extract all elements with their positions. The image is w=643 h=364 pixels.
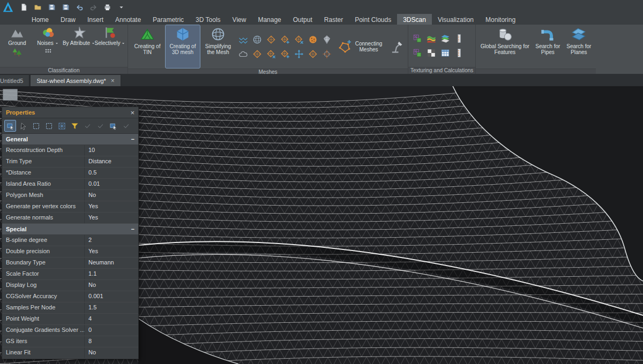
ribbon-tab-3dscan[interactable]: 3DScan	[397, 14, 432, 25]
property-value[interactable]: 0.5	[85, 168, 138, 178]
checkerboard-button[interactable]	[424, 46, 438, 60]
window-selection-button[interactable]	[4, 120, 16, 132]
print-button[interactable]	[101, 1, 114, 13]
confirm-selection-button[interactable]	[94, 120, 106, 132]
ground-button[interactable]: Ground	[2, 26, 32, 65]
property-value[interactable]: 8	[85, 336, 138, 347]
property-row-point-weight: Point Weight4	[2, 314, 138, 325]
property-value[interactable]: Yes	[85, 201, 138, 212]
diamond-add-button[interactable]	[278, 47, 291, 61]
layer-sheets-button[interactable]	[438, 32, 452, 46]
property-value[interactable]: No	[85, 347, 138, 358]
ribbon-tab-monitoring[interactable]: Monitoring	[480, 14, 521, 25]
section-header-general[interactable]: General−	[2, 134, 138, 145]
rect-marquee-icon	[32, 122, 40, 130]
close-panel-icon[interactable]: ×	[130, 109, 134, 116]
selectively-button[interactable]: Selectively	[95, 26, 125, 65]
mesh-zigzag-button[interactable]	[236, 33, 250, 47]
photo-mesh-button[interactable]	[410, 46, 424, 60]
open-file-button[interactable]	[31, 1, 44, 13]
gradient-mesh-button[interactable]	[424, 32, 438, 46]
ribbon-tab-raster[interactable]: Raster	[318, 14, 349, 25]
collapse-icon[interactable]: −	[131, 136, 134, 142]
selection-filter-button[interactable]	[69, 120, 80, 132]
search-for-pipes-button[interactable]: Search for Pipes	[533, 25, 563, 68]
property-value[interactable]: Yes	[85, 213, 138, 223]
texture-mesh-icon	[413, 34, 422, 43]
ruler-axis-button[interactable]	[452, 46, 466, 60]
properties-panel-header[interactable]: Properties ×	[2, 107, 138, 118]
more-commands-button[interactable]	[115, 1, 128, 13]
collapse-icon[interactable]: −	[131, 226, 134, 232]
new-file-button[interactable]	[17, 1, 30, 13]
clear-selection-button[interactable]	[120, 120, 132, 132]
search-for-planes-button[interactable]: Search for Planes	[564, 25, 594, 68]
lamp-button[interactable]	[387, 28, 406, 65]
property-value[interactable]: 0.001	[85, 291, 138, 302]
ribbon-tab-output[interactable]: Output	[287, 14, 318, 25]
sphere-wire-button[interactable]	[250, 33, 264, 47]
rect-marquee-button[interactable]	[30, 120, 42, 132]
property-value[interactable]: No	[85, 280, 138, 291]
save-all-icon	[62, 3, 70, 11]
connecting-meshes-label: Connecting Meshes	[354, 41, 383, 52]
ruler-marks-button[interactable]	[452, 32, 466, 46]
simplifying-the-mesh-button[interactable]: Simplifying the Mesh	[201, 25, 235, 68]
ribbon-tab-3d-tools[interactable]: 3D Tools	[190, 14, 226, 25]
close-tab-icon[interactable]: ×	[111, 78, 115, 84]
diamond-target-button[interactable]	[292, 33, 305, 47]
by-attribute-button[interactable]: By Attribute	[64, 26, 94, 65]
noises-button[interactable]: Noises	[33, 26, 63, 65]
diamond-button[interactable]	[250, 47, 264, 61]
property-value[interactable]: 10	[85, 145, 138, 156]
ribbon-tab-parametric[interactable]: Parametric	[147, 14, 190, 25]
cursor-select-button[interactable]	[17, 120, 29, 132]
document-tab-star-wheel-assembly-dwg[interactable]: Star-wheel Assembly.dwg*×	[30, 74, 121, 86]
box-selection-button[interactable]	[107, 120, 119, 132]
undo-button[interactable]	[73, 1, 86, 13]
diamond-edit-button[interactable]	[264, 33, 278, 47]
creating-of-3d-mesh-button[interactable]: Creating of 3D mesh	[166, 25, 200, 68]
global-searching-for-features-button[interactable]: Global Searching for Features	[478, 25, 532, 68]
save-button[interactable]	[45, 1, 58, 13]
property-value[interactable]: 2	[85, 235, 138, 246]
property-value[interactable]: Neumann	[85, 257, 138, 268]
diamond-remove-button[interactable]	[264, 47, 278, 61]
lasso-marquee-button[interactable]	[43, 120, 55, 132]
property-value[interactable]: Yes	[85, 246, 138, 257]
property-value[interactable]: 1.1	[85, 269, 138, 279]
redo-button[interactable]	[87, 1, 100, 13]
property-value[interactable]: 1.5	[85, 302, 138, 313]
viewport-control[interactable]	[3, 89, 18, 101]
property-value[interactable]: 0.01	[85, 179, 138, 189]
creating-of-tin-button[interactable]: Creating of TIN	[130, 25, 165, 68]
property-value[interactable]: 4	[85, 314, 138, 324]
section-header-special[interactable]: Special−	[2, 224, 138, 235]
point-sphere-button[interactable]	[306, 33, 319, 47]
ribbon-tab-annotate[interactable]: Annotate	[109, 14, 147, 25]
ribbon-tab-manage[interactable]: Manage	[252, 14, 287, 25]
ribbon-tab-visualization[interactable]: Visualization	[432, 14, 480, 25]
diamond-plus-button[interactable]	[278, 33, 291, 47]
property-value[interactable]: 0	[85, 325, 138, 336]
cloud-button[interactable]	[236, 47, 250, 61]
document-tab-untitled5[interactable]: Untitled5	[0, 74, 29, 86]
gizmo-button[interactable]	[320, 47, 333, 61]
property-value[interactable]: No	[85, 190, 138, 201]
polyhedron-button[interactable]	[320, 33, 333, 47]
diamond-dashed-button[interactable]	[306, 47, 319, 61]
texture-mesh-button[interactable]	[410, 32, 424, 46]
ribbon-tab-home[interactable]: Home	[26, 14, 55, 25]
ribbon-tab-draw[interactable]: Draw	[55, 14, 81, 25]
property-label: *Distance	[2, 168, 85, 178]
net-selection-button[interactable]	[56, 120, 68, 132]
ribbon-tab-view[interactable]: View	[227, 14, 252, 25]
ribbon-tab-insert[interactable]: Insert	[81, 14, 109, 25]
property-value[interactable]: Distance	[85, 156, 138, 167]
connecting-meshes-button[interactable]: Connecting Meshes	[334, 31, 386, 63]
move-arrows-button[interactable]	[292, 47, 305, 61]
save-all-button[interactable]	[59, 1, 72, 13]
prev-selection-button[interactable]	[81, 120, 93, 132]
ribbon-tab-point-clouds[interactable]: Point Clouds	[349, 14, 397, 25]
value-table-button[interactable]	[438, 46, 452, 60]
